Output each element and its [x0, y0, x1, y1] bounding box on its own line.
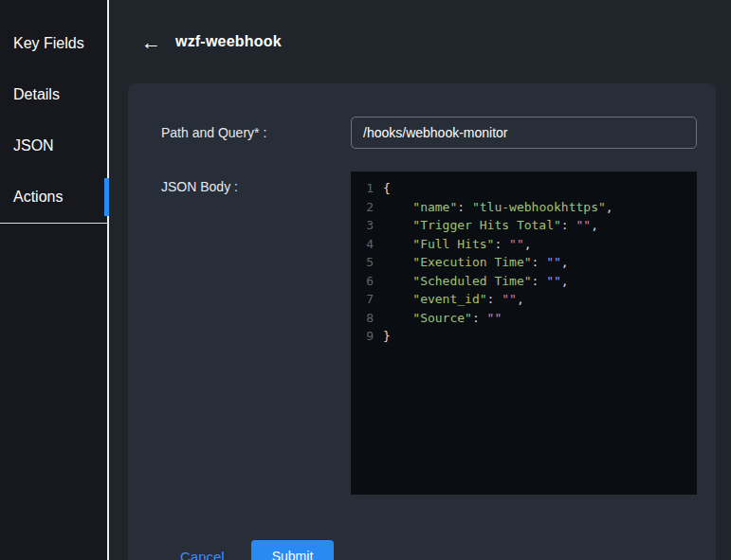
submit-button[interactable]: Submit — [251, 540, 335, 560]
back-icon[interactable]: ← — [141, 32, 161, 52]
json-body-label: JSON Body : — [161, 172, 351, 194]
line-number: 6 — [356, 272, 374, 291]
sidebar-item-actions[interactable]: Actions — [0, 172, 107, 223]
line-number: 2 — [356, 198, 374, 217]
code-line: 5 "Execution Time": "", — [356, 253, 691, 272]
code-line: 6 "Scheduled Time": "", — [356, 272, 691, 291]
main-content: ← wzf-weebhook Path and Query* : JSON Bo… — [109, 0, 731, 560]
sidebar: Key FieldsDetailsJSONActions — [0, 0, 109, 560]
json-editor[interactable]: 1{2 "name": "tlu-webhookhttps",3 "Trigge… — [351, 172, 697, 495]
sidebar-item-key-fields[interactable]: Key Fields — [0, 18, 107, 69]
line-number: 3 — [356, 216, 374, 235]
line-number: 1 — [356, 179, 374, 198]
code-line: 7 "event_id": "", — [356, 290, 691, 309]
line-number: 4 — [356, 235, 374, 254]
code-line: 8 "Source": "" — [356, 309, 691, 328]
line-number: 9 — [356, 327, 374, 346]
sidebar-nav: Key FieldsDetailsJSONActions — [0, 0, 107, 223]
cancel-button[interactable]: Cancel — [180, 549, 225, 560]
code-line: 9} — [356, 327, 691, 346]
path-query-label: Path and Query* : — [161, 125, 351, 140]
code-line: 4 "Full Hits": "", — [356, 235, 691, 254]
line-number: 5 — [356, 253, 374, 272]
form-card: Path and Query* : JSON Body : 1{2 "name"… — [128, 83, 716, 560]
code-line: 3 "Trigger Hits Total": "", — [356, 216, 691, 235]
sidebar-divider — [0, 223, 107, 224]
page-header: ← wzf-weebhook — [109, 0, 731, 83]
path-query-row: Path and Query* : — [161, 117, 697, 149]
path-query-input[interactable] — [351, 117, 697, 149]
actions-row: Cancel Submit — [161, 529, 697, 560]
sidebar-item-details[interactable]: Details — [0, 69, 107, 120]
sidebar-item-json[interactable]: JSON — [0, 120, 107, 172]
json-body-row: JSON Body : 1{2 "name": "tlu-webhookhttp… — [161, 172, 697, 495]
line-number: 7 — [356, 290, 374, 309]
code-line: 1{ — [356, 179, 691, 198]
line-number: 8 — [356, 309, 374, 328]
code-line: 2 "name": "tlu-webhookhttps", — [356, 198, 691, 217]
page-title: wzf-weebhook — [175, 33, 282, 50]
